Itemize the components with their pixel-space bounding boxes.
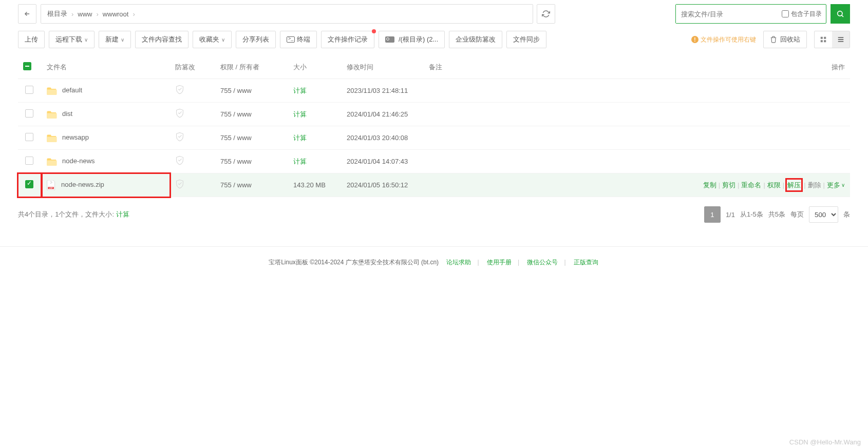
page-count: 共5条 — [768, 210, 785, 219]
file-perm: 755 / www — [220, 110, 252, 118]
file-table: 文件名 防篡改 权限 / 所有者 大小 修改时间 备注 操作 default75… — [18, 55, 850, 197]
search-button[interactable] — [831, 4, 850, 24]
table-row[interactable]: ZIPnode-news.zip755 / www143.20 MB2024/0… — [18, 173, 850, 197]
search-input[interactable] — [676, 5, 778, 23]
list-view-button[interactable] — [832, 31, 850, 48]
table-row[interactable]: newsapp755 / www计算2024/01/03 20:40:08 — [18, 126, 850, 150]
col-name[interactable]: 文件名 — [42, 55, 170, 79]
svg-rect-4 — [824, 40, 826, 42]
delete-action[interactable]: 删除 — [808, 181, 821, 189]
share-list-button[interactable]: 分享列表 — [236, 31, 276, 48]
include-subdir-checkbox[interactable]: 包含子目录 — [778, 10, 826, 18]
view-toggle — [814, 31, 850, 48]
table-row[interactable]: default755 / www计算2023/11/03 21:48:11 — [18, 79, 850, 103]
file-name[interactable]: node-news.zip — [61, 181, 104, 188]
wechat-link[interactable]: 微信公众号 — [527, 259, 558, 266]
calc-size[interactable]: 计算 — [293, 110, 307, 118]
disk-button[interactable]: /(根目录) (2... — [379, 31, 445, 48]
file-sync-button[interactable]: 文件同步 — [506, 31, 546, 48]
grid-icon — [820, 36, 827, 43]
file-mtime: 2024/01/04 21:46:25 — [347, 110, 408, 118]
row-checkbox[interactable] — [25, 180, 33, 188]
arrow-left-icon — [24, 10, 31, 17]
pagination: 1 1/1 从1-5条 共5条 每页 500 条 — [704, 206, 850, 223]
file-name[interactable]: newsapp — [62, 133, 89, 141]
zip-icon: ZIP — [47, 180, 56, 190]
shield-icon — [175, 112, 184, 120]
chevron-right-icon: › — [97, 10, 99, 18]
operation-log-button[interactable]: 文件操作记录 — [321, 31, 374, 48]
calc-size[interactable]: 计算 — [293, 87, 307, 94]
page-current[interactable]: 1 — [704, 206, 721, 223]
breadcrumb-item[interactable]: www — [78, 10, 92, 18]
content-search-button[interactable]: 文件内容查找 — [135, 31, 188, 48]
cut-action[interactable]: 剪切 — [722, 181, 735, 189]
file-name[interactable]: default — [62, 86, 82, 94]
svg-rect-5 — [838, 37, 844, 38]
row-checkbox[interactable] — [25, 109, 33, 118]
file-perm: 755 / www — [220, 158, 252, 165]
forum-link[interactable]: 论坛求助 — [446, 259, 471, 266]
svg-rect-2 — [824, 37, 826, 39]
row-checkbox[interactable] — [25, 86, 33, 94]
summary: 共4个目录，1个文件，文件大小: 计算 — [18, 210, 129, 219]
file-perm: 755 / www — [220, 134, 252, 142]
file-mtime: 2024/01/03 20:40:08 — [347, 134, 408, 142]
svg-rect-11 — [51, 182, 52, 183]
svg-rect-7 — [838, 41, 844, 42]
col-mtime[interactable]: 修改时间 — [342, 55, 424, 79]
enterprise-tamper-button[interactable]: 企业级防篡改 — [449, 31, 502, 48]
row-checkbox[interactable] — [25, 133, 33, 141]
chevron-right-icon: › — [133, 10, 135, 18]
refresh-button[interactable] — [537, 4, 555, 24]
calc-size[interactable]: 计算 — [293, 134, 307, 142]
calc-size[interactable]: 计算 — [293, 158, 307, 165]
table-row[interactable]: dist755 / www计算2024/01/04 21:46:25 — [18, 103, 850, 126]
shield-icon — [175, 89, 184, 96]
rename-action[interactable]: 重命名 — [741, 181, 761, 189]
recycle-bin-button[interactable]: 回收站 — [763, 31, 807, 48]
col-perm: 权限 / 所有者 — [215, 55, 288, 79]
remote-download-button[interactable]: 远程下载∨ — [49, 31, 95, 48]
copyright: 宝塔Linux面板 ©2014-2024 广东堡塔安全技术有限公司 (bt.cn… — [0, 247, 868, 278]
manual-link[interactable]: 使用手册 — [487, 259, 512, 266]
copy-action[interactable]: 复制 — [703, 181, 716, 189]
breadcrumb-item[interactable]: 根目录 — [47, 9, 67, 18]
more-action[interactable]: 更多∨ — [827, 181, 845, 190]
folder-icon — [47, 110, 57, 119]
chevron-down-icon: ∨ — [221, 37, 225, 43]
grid-view-button[interactable] — [815, 31, 832, 48]
svg-rect-12 — [50, 183, 51, 184]
folder-icon — [47, 87, 57, 95]
perm-action[interactable]: 权限 — [767, 181, 781, 189]
svg-rect-6 — [838, 39, 844, 40]
unzip-action[interactable]: 解压 — [786, 179, 802, 191]
folder-icon — [47, 134, 57, 142]
file-name[interactable]: dist — [62, 110, 72, 118]
verify-link[interactable]: 正版查询 — [574, 259, 598, 266]
back-button[interactable] — [18, 4, 36, 24]
col-size[interactable]: 大小 — [288, 55, 342, 79]
refresh-icon — [542, 10, 550, 18]
file-size: 143.20 MB — [293, 181, 326, 189]
file-name[interactable]: node-news — [62, 157, 95, 165]
new-button[interactable]: 新建∨ — [99, 31, 131, 48]
upload-button[interactable]: 上传 — [18, 31, 45, 48]
chevron-down-icon: ∨ — [121, 37, 124, 43]
breadcrumb[interactable]: 根目录› www› wwwroot› — [41, 4, 533, 24]
row-checkbox[interactable] — [25, 157, 33, 165]
page-size-select[interactable]: 500 — [809, 206, 838, 223]
page-range: 从1-5条 — [740, 210, 763, 219]
col-action: 操作 — [551, 55, 850, 79]
search-box: 包含子目录 — [675, 4, 826, 24]
select-all-checkbox[interactable] — [23, 62, 31, 70]
table-row[interactable]: node-news755 / www计算2024/01/04 14:07:43 — [18, 150, 850, 173]
terminal-button[interactable]: 终端 — [280, 31, 317, 48]
folder-icon — [47, 158, 57, 166]
favorites-button[interactable]: 收藏夹∨ — [193, 31, 232, 48]
per-page-label: 每页 — [790, 210, 804, 219]
calc-total-size[interactable]: 计算 — [116, 210, 129, 219]
breadcrumb-item[interactable]: wwwroot — [103, 10, 129, 18]
trash-icon — [770, 36, 777, 43]
file-perm: 755 / www — [220, 181, 252, 189]
